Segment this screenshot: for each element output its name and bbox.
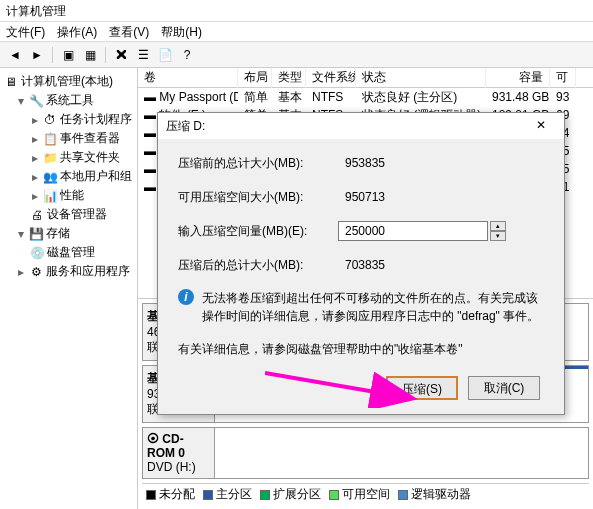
value-size-after: 703835 xyxy=(338,255,488,275)
menu-bar: 文件(F) 操作(A) 查看(V) 帮助(H) xyxy=(0,22,593,42)
help-icon[interactable]: ? xyxy=(178,46,196,64)
value-size-avail: 950713 xyxy=(338,187,488,207)
clock-icon: ⏱ xyxy=(43,113,57,127)
dialog-title-bar[interactable]: 压缩 D: ✕ xyxy=(158,113,564,139)
value-size-before: 953835 xyxy=(338,153,488,173)
tree-storage[interactable]: ▾💾存储 xyxy=(2,224,135,243)
col-layout[interactable]: 布局 xyxy=(238,68,272,88)
tree-performance[interactable]: ▸📊性能 xyxy=(2,186,135,205)
info-text: 无法将卷压缩到超出任何不可移动的文件所在的点。有关完成该操作时间的详细信息，请参… xyxy=(202,289,544,325)
users-icon: 👥 xyxy=(43,170,57,184)
col-volume[interactable]: 卷 xyxy=(138,68,238,88)
tree-disk-management[interactable]: 💿磁盘管理 xyxy=(2,243,135,262)
dialog-title: 压缩 D: xyxy=(166,118,205,135)
col-type[interactable]: 类型 xyxy=(272,68,306,88)
props-icon[interactable]: ▦ xyxy=(81,46,99,64)
close-icon[interactable]: ✕ xyxy=(526,116,556,136)
label-shrink-amount: 输入压缩空间量(MB)(E): xyxy=(178,223,338,240)
action2-icon[interactable]: 📄 xyxy=(156,46,174,64)
nav-tree: 🖥计算机管理(本地) ▾🔧系统工具 ▸⏱任务计划程序 ▸📋事件查看器 ▸📁共享文… xyxy=(0,68,138,509)
volume-row[interactable]: ▬ My Passport (D:)简单基本NTFS状态良好 (主分区)931.… xyxy=(138,88,593,106)
col-free[interactable]: 可 xyxy=(550,68,576,88)
menu-file[interactable]: 文件(F) xyxy=(6,24,45,39)
disk-block-cdrom[interactable]: ⦿ CD-ROM 0DVD (H:) xyxy=(142,427,589,479)
tree-event-viewer[interactable]: ▸📋事件查看器 xyxy=(2,129,135,148)
info-icon: i xyxy=(178,289,194,305)
tree-system-tools[interactable]: ▾🔧系统工具 xyxy=(2,91,135,110)
window-title: 计算机管理 xyxy=(6,4,66,18)
action1-icon[interactable]: ☰ xyxy=(134,46,152,64)
col-fs[interactable]: 文件系统 xyxy=(306,68,356,88)
up-icon[interactable]: ▣ xyxy=(59,46,77,64)
window-title-bar: 计算机管理 xyxy=(0,0,593,22)
services-icon: ⚙ xyxy=(29,265,43,279)
col-capacity[interactable]: 容量 xyxy=(486,68,550,88)
tree-device-manager[interactable]: 🖨设备管理器 xyxy=(2,205,135,224)
detail-link[interactable]: 有关详细信息，请参阅磁盘管理帮助中的"收缩基本卷" xyxy=(178,341,544,358)
volume-list-header: 卷 布局 类型 文件系统 状态 容量 可 xyxy=(138,68,593,88)
cancel-button[interactable]: 取消(C) xyxy=(468,376,540,400)
log-icon: 📋 xyxy=(43,132,57,146)
tree-shared-folders[interactable]: ▸📁共享文件夹 xyxy=(2,148,135,167)
label-size-before: 压缩前的总计大小(MB): xyxy=(178,155,338,172)
spinner-down-icon[interactable]: ▾ xyxy=(490,231,506,241)
forward-icon[interactable]: ► xyxy=(28,46,46,64)
col-status[interactable]: 状态 xyxy=(356,68,486,88)
device-icon: 🖨 xyxy=(30,208,44,222)
label-size-after: 压缩后的总计大小(MB): xyxy=(178,257,338,274)
menu-help[interactable]: 帮助(H) xyxy=(161,24,202,39)
tree-task-scheduler[interactable]: ▸⏱任务计划程序 xyxy=(2,110,135,129)
perf-icon: 📊 xyxy=(43,189,57,203)
spinner-up-icon[interactable]: ▴ xyxy=(490,221,506,231)
tree-local-users[interactable]: ▸👥本地用户和组 xyxy=(2,167,135,186)
folder-icon: 📁 xyxy=(43,151,57,165)
back-icon[interactable]: ◄ xyxy=(6,46,24,64)
legend: 未分配 主分区 扩展分区 可用空间 逻辑驱动器 xyxy=(142,483,589,505)
menu-view[interactable]: 查看(V) xyxy=(109,24,149,39)
storage-icon: 💾 xyxy=(29,227,43,241)
menu-action[interactable]: 操作(A) xyxy=(57,24,97,39)
input-shrink-amount[interactable]: 250000 xyxy=(338,221,488,241)
shrink-button[interactable]: 压缩(S) xyxy=(386,376,458,400)
tree-services-apps[interactable]: ▸⚙服务和应用程序 xyxy=(2,262,135,281)
toolbar: ◄ ► ▣ ▦ 🗙 ☰ 📄 ? xyxy=(0,42,593,68)
disk-label: ⦿ CD-ROM 0DVD (H:) xyxy=(143,428,215,478)
tree-root[interactable]: 🖥计算机管理(本地) xyxy=(2,72,135,91)
label-size-avail: 可用压缩空间大小(MB): xyxy=(178,189,338,206)
refresh-icon[interactable]: 🗙 xyxy=(112,46,130,64)
shrink-dialog: 压缩 D: ✕ 压缩前的总计大小(MB): 953835 可用压缩空间大小(MB… xyxy=(157,112,565,415)
computer-icon: 🖥 xyxy=(4,75,18,89)
disk-icon: 💿 xyxy=(30,246,44,260)
spinner[interactable]: ▴▾ xyxy=(490,221,506,241)
wrench-icon: 🔧 xyxy=(29,94,43,108)
